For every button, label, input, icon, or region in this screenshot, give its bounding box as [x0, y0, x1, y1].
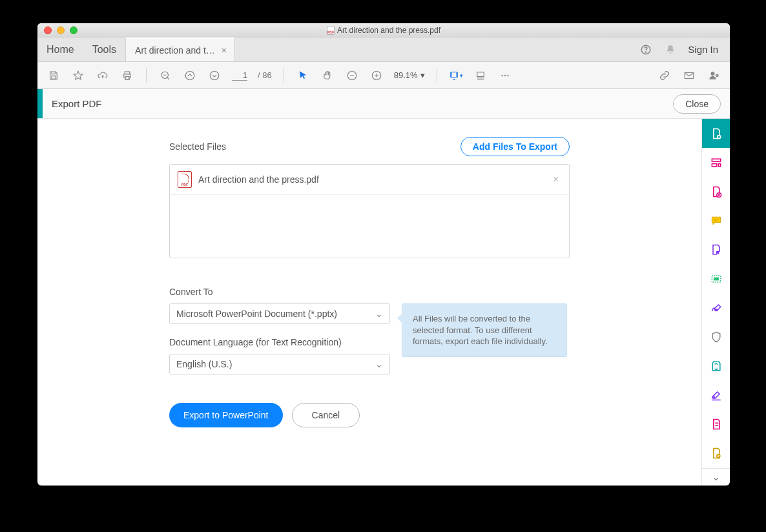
- print-icon[interactable]: [120, 68, 134, 83]
- chevron-down-icon: ⌄: [375, 359, 383, 369]
- chevron-down-icon: ▾: [420, 70, 425, 80]
- svg-rect-24: [714, 278, 718, 280]
- svg-point-14: [507, 74, 508, 76]
- tab-strip: Home Tools Art direction and t… × Sign I…: [37, 37, 730, 62]
- panel-body: Selected Files Add Files To Export PDF A…: [37, 119, 730, 486]
- tool-sign[interactable]: [702, 293, 730, 322]
- panel-title: Export PDF: [43, 98, 102, 109]
- titlebar: PDF Art direction and the press.pdf: [37, 23, 730, 37]
- file-item[interactable]: PDF Art direction and the press.pdf ×: [170, 165, 569, 195]
- tab-home[interactable]: Home: [37, 37, 83, 61]
- window-title-text: Art direction and the press.pdf: [337, 26, 440, 35]
- selected-files-label: Selected Files: [169, 141, 226, 152]
- hand-tool-icon[interactable]: [320, 68, 335, 83]
- pdf-file-icon: PDF: [327, 26, 335, 35]
- svg-point-16: [711, 72, 715, 76]
- page-number-input[interactable]: [232, 70, 247, 81]
- svg-rect-4: [125, 76, 129, 79]
- zoom-minus-icon[interactable]: [345, 68, 359, 83]
- share-link-icon[interactable]: [657, 68, 672, 83]
- tab-document[interactable]: Art direction and t… ×: [125, 37, 235, 61]
- notifications-icon[interactable]: [663, 43, 678, 57]
- help-icon[interactable]: [639, 43, 653, 57]
- tool-fill-sign[interactable]: [702, 380, 730, 409]
- language-label: Document Language (for Text Recognition): [169, 337, 390, 347]
- tool-protect[interactable]: [702, 322, 730, 351]
- sign-in-button[interactable]: Sign In: [688, 44, 718, 55]
- cloud-upload-icon[interactable]: [96, 68, 110, 83]
- tools-expand-icon[interactable]: ⌄: [702, 468, 730, 486]
- window-title: PDF Art direction and the press.pdf: [37, 26, 730, 35]
- tool-more[interactable]: [702, 439, 730, 468]
- tool-organize-pages[interactable]: [702, 235, 730, 264]
- main-toolbar: / 86 89.1%▾ ▾: [37, 62, 730, 89]
- convert-to-label: Convert To: [169, 287, 570, 297]
- scroll-mode-icon[interactable]: [473, 68, 488, 83]
- more-tools-icon[interactable]: [498, 68, 512, 83]
- page-total-label: / 86: [258, 70, 272, 80]
- chevron-down-icon: ⌄: [375, 309, 383, 319]
- svg-rect-2: [52, 76, 56, 79]
- tool-create-pdf[interactable]: [702, 148, 730, 177]
- selection-tool-icon[interactable]: [296, 68, 310, 83]
- svg-point-12: [501, 74, 502, 76]
- tool-comment[interactable]: [702, 206, 730, 235]
- svg-rect-20: [712, 163, 717, 166]
- pdf-file-icon: PDF: [178, 171, 192, 188]
- svg-point-7: [210, 71, 219, 80]
- email-icon[interactable]: [682, 68, 696, 83]
- zoom-out-icon[interactable]: [158, 68, 172, 83]
- save-icon[interactable]: [47, 68, 61, 83]
- convert-to-value: Microsoft PowerPoint Document (*.pptx): [176, 309, 337, 319]
- add-files-button[interactable]: Add Files To Export: [461, 137, 570, 156]
- export-form-area: Selected Files Add Files To Export PDF A…: [37, 119, 701, 486]
- tab-tools[interactable]: Tools: [83, 37, 125, 61]
- tool-edit-pdf[interactable]: [702, 177, 730, 206]
- close-panel-button[interactable]: Close: [673, 94, 721, 114]
- chevron-down-icon: ▾: [460, 72, 463, 79]
- svg-rect-10: [451, 72, 457, 77]
- star-icon[interactable]: [71, 68, 85, 83]
- zoom-plus-icon[interactable]: [369, 68, 384, 83]
- share-people-icon[interactable]: [707, 68, 721, 83]
- tab-close-icon[interactable]: ×: [220, 44, 228, 57]
- convert-to-select[interactable]: Microsoft PowerPoint Document (*.pptx) ⌄: [169, 303, 390, 324]
- svg-rect-19: [712, 159, 720, 161]
- fit-width-icon[interactable]: ▾: [449, 68, 463, 83]
- zoom-value: 89.1%: [394, 70, 418, 80]
- export-panel-header: Export PDF Close: [37, 89, 730, 119]
- tool-export-pdf[interactable]: [702, 119, 730, 148]
- export-button[interactable]: Export to PowerPoint: [169, 403, 283, 427]
- language-select[interactable]: English (U.S.) ⌄: [169, 354, 390, 374]
- page-down-icon[interactable]: [207, 68, 222, 83]
- svg-rect-11: [477, 72, 484, 76]
- conversion-hint: All Files will be converted to the selec…: [402, 303, 567, 357]
- page-up-icon[interactable]: [183, 68, 197, 83]
- tool-send-for-review[interactable]: [702, 409, 730, 438]
- panel-accent: [37, 89, 43, 118]
- language-value: English (U.S.): [176, 359, 232, 369]
- svg-point-1: [646, 52, 647, 52]
- file-name: Art direction and the press.pdf: [198, 174, 544, 185]
- cancel-button[interactable]: Cancel: [292, 403, 360, 427]
- remove-file-icon[interactable]: ×: [550, 171, 561, 188]
- svg-rect-15: [685, 72, 694, 78]
- svg-point-6: [185, 71, 194, 80]
- tab-document-label: Art direction and t…: [135, 45, 215, 56]
- svg-rect-21: [718, 163, 720, 166]
- tools-sidebar: ⌄: [701, 119, 730, 486]
- tool-redact[interactable]: [702, 264, 730, 293]
- app-window: PDF Art direction and the press.pdf Home…: [37, 23, 730, 486]
- selected-files-list: PDF Art direction and the press.pdf ×: [169, 164, 570, 258]
- tool-compress[interactable]: [702, 351, 730, 380]
- svg-point-13: [504, 74, 505, 76]
- zoom-dropdown[interactable]: 89.1%▾: [394, 70, 425, 80]
